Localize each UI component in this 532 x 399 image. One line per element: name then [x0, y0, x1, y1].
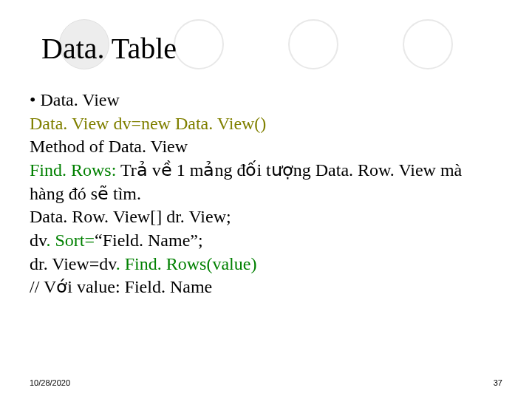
- text: . View dv=new Data: [63, 114, 208, 133]
- title-dot: .: [98, 32, 112, 65]
- body-line: Find. Rows: Trả về 1 mảng đối tượng Data…: [30, 159, 502, 183]
- slide-title: Data. Table: [41, 31, 177, 66]
- body-line: dr. View=dv. Find. Rows(value): [30, 253, 502, 276]
- text: Find: [30, 160, 62, 180]
- body-line: • Data. View: [30, 89, 502, 112]
- text: Data: [30, 114, 63, 133]
- text: Trả về 1 mảng đối tượng Data: [116, 160, 349, 180]
- text: // Với value: Field: [30, 277, 161, 296]
- text: . View: [142, 137, 188, 156]
- body-line: Method of Data. View: [30, 135, 502, 159]
- text: . Rows:: [62, 160, 116, 180]
- text: . View;: [180, 207, 231, 226]
- circle-icon: [288, 19, 338, 69]
- text: . Name: [161, 277, 212, 296]
- text: . Name”;: [139, 231, 203, 250]
- footer-date: 10/28/2020: [30, 378, 70, 387]
- slide: Data. Table • Data. View Data. View dv=n…: [0, 0, 532, 399]
- text: . View=dv: [44, 254, 116, 273]
- text: . Rows(value): [157, 254, 257, 273]
- body-line: dv. Sort=“Field. Name”;: [30, 229, 502, 253]
- circle-icon: [174, 19, 224, 69]
- text: . Row: [63, 207, 104, 226]
- title-part-1: Data: [41, 32, 98, 65]
- text: Data: [30, 207, 63, 226]
- footer-page-number: 37: [494, 378, 502, 387]
- text: . View[] dr: [104, 207, 180, 226]
- body-line: Data. Row. View[] dr. View;: [30, 205, 502, 229]
- text: . Sort=: [46, 231, 95, 250]
- text: . Find: [116, 254, 157, 273]
- slide-footer: 10/28/2020 37: [30, 378, 502, 387]
- text: . View mà: [390, 160, 462, 180]
- body-line: Data. View dv=new Data. View(): [30, 112, 502, 136]
- text: . View(): [208, 114, 266, 133]
- slide-body: • Data. View Data. View dv=new Data. Vie…: [30, 89, 502, 299]
- body-line: // Với value: Field. Name: [30, 276, 502, 299]
- text: . View: [74, 90, 120, 109]
- title-part-2: Table: [112, 32, 177, 65]
- body-line: hàng đó sẽ tìm.: [30, 183, 502, 206]
- text: “Field: [95, 231, 139, 250]
- circle-icon: [403, 19, 453, 69]
- text: hàng đó sẽ tìm.: [30, 184, 141, 203]
- text: dr: [30, 254, 44, 273]
- text: Method of Data: [30, 137, 142, 156]
- text: . Row: [349, 160, 390, 180]
- text: • Data: [30, 90, 74, 109]
- text: dv: [30, 231, 46, 250]
